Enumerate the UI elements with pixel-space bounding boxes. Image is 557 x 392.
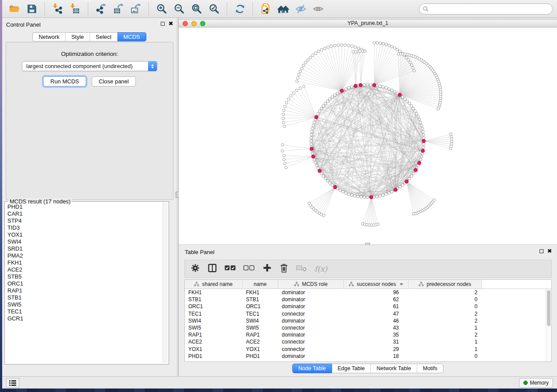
cell-shared-name[interactable]: TEC1 (185, 310, 242, 317)
cell-name[interactable]: YOX1 (242, 346, 278, 353)
result-node[interactable]: STB1 (7, 294, 162, 301)
cell-predecessor-nodes[interactable]: 1 (408, 324, 482, 331)
refresh-button[interactable] (231, 1, 249, 16)
clone-network-button[interactable] (257, 1, 274, 16)
cell-shared-name[interactable]: ORC1 (185, 303, 242, 310)
cell-MCDS-role[interactable]: dominator (278, 303, 344, 310)
cell-MCDS-role[interactable]: dominator (278, 296, 344, 303)
result-node[interactable]: SRD1 (7, 245, 162, 252)
tab-mcds[interactable]: MCDS (118, 32, 146, 41)
cell-name[interactable]: STB1 (242, 296, 278, 303)
table-row[interactable]: ACE2ACE2connector311 (185, 338, 551, 345)
cell-name[interactable]: PHD1 (242, 353, 278, 360)
float-table-panel-icon[interactable] (540, 249, 543, 253)
result-node[interactable]: STB5 (7, 273, 162, 280)
cell-shared-name[interactable]: YOX1 (185, 346, 242, 353)
cell-name[interactable]: ORC1 (242, 303, 278, 310)
cell-successor-nodes[interactable]: 18 (344, 353, 408, 360)
table-row[interactable]: RAP1RAP1dominator352 (185, 331, 551, 338)
maximize-window-icon[interactable] (200, 21, 205, 26)
export-table-button[interactable] (110, 1, 127, 16)
result-node[interactable]: CAR1 (7, 210, 162, 217)
panel-list-button[interactable] (6, 378, 19, 388)
zoom-in-button[interactable] (153, 1, 170, 16)
cell-name[interactable]: SWI4 (242, 317, 278, 324)
cell-predecessor-nodes[interactable]: 2 (408, 289, 482, 296)
add-button[interactable] (262, 264, 272, 274)
network-canvas[interactable] (179, 28, 557, 244)
cell-shared-name[interactable]: ACE2 (185, 338, 242, 345)
cell-successor-nodes[interactable]: 96 (344, 289, 408, 296)
tab-select[interactable]: Select (90, 32, 118, 41)
cell-successor-nodes[interactable]: 35 (344, 331, 408, 338)
result-node[interactable]: GCR1 (7, 315, 162, 322)
cell-MCDS-role[interactable]: dominator (278, 331, 344, 338)
cell-MCDS-role[interactable]: connector (278, 324, 344, 331)
column-header-successor-nodes[interactable]: successor nodes (344, 280, 408, 289)
cell-name[interactable]: FKH1 (242, 289, 278, 296)
cell-MCDS-role[interactable]: connector (278, 338, 344, 345)
result-node[interactable]: ORC1 (7, 280, 162, 287)
close-panel-button[interactable]: Close panel (92, 76, 136, 86)
export-network-button[interactable] (92, 1, 110, 16)
tab-network[interactable]: Network (32, 32, 66, 41)
cell-MCDS-role[interactable]: dominator (278, 289, 344, 296)
close-window-icon[interactable] (183, 21, 188, 26)
import-network-button[interactable] (49, 1, 66, 16)
result-node[interactable]: ACE2 (7, 266, 162, 273)
float-panel-icon[interactable] (161, 22, 165, 26)
cell-MCDS-role[interactable]: connector (278, 310, 344, 317)
houses-button[interactable] (274, 1, 292, 16)
search-box[interactable] (419, 3, 553, 14)
search-input[interactable] (431, 6, 549, 12)
column-header-predecessor-nodes[interactable]: predecessor nodes (408, 280, 482, 289)
result-scrollbar[interactable] (163, 203, 168, 363)
cell-shared-name[interactable]: PHD1 (185, 353, 242, 360)
table-tab-motifs[interactable]: Motifs (417, 364, 443, 373)
open-file-button[interactable] (6, 1, 23, 16)
table-tab-edge-table[interactable]: Edge Table (332, 364, 371, 373)
save-button[interactable] (23, 1, 41, 16)
result-node[interactable]: PHD1 (7, 203, 162, 210)
cell-predecessor-nodes[interactable]: 2 (408, 310, 482, 317)
cell-name[interactable]: SWI5 (242, 324, 278, 331)
table-row[interactable]: SWI4SWI4dominator462 (185, 317, 551, 324)
cell-shared-name[interactable]: FKH1 (185, 289, 242, 296)
result-node[interactable]: FKH1 (7, 259, 162, 266)
delete-button[interactable] (279, 264, 289, 274)
cell-predecessor-nodes[interactable]: 0 (408, 353, 482, 360)
cell-predecessor-nodes[interactable]: 0 (408, 296, 482, 303)
table-row[interactable]: YOX1YOX1connector291 (185, 346, 551, 353)
result-node[interactable]: SWI5 (7, 301, 162, 308)
cell-predecessor-nodes[interactable]: 1 (408, 338, 482, 345)
network-window-titlebar[interactable]: YPA_prune.txt_1 (179, 20, 557, 28)
zoom-out-button[interactable] (170, 1, 188, 16)
result-node[interactable]: RAP1 (7, 287, 162, 294)
tab-style[interactable]: Style (66, 32, 90, 41)
zoom-selected-button[interactable] (205, 1, 223, 16)
cell-successor-nodes[interactable]: 29 (344, 346, 408, 353)
import-table-button[interactable] (66, 1, 84, 16)
result-node[interactable]: YOX1 (7, 231, 162, 238)
cell-successor-nodes[interactable]: 31 (344, 338, 408, 345)
table-tab-node-table[interactable]: Node Table (292, 364, 332, 373)
table-row[interactable]: SWI5SWI5connector431 (185, 324, 551, 331)
show-eye-button[interactable] (309, 1, 327, 16)
cell-name[interactable]: ACE2 (242, 338, 278, 345)
cell-MCDS-role[interactable]: dominator (278, 317, 344, 324)
column-header-name[interactable]: name (242, 280, 278, 289)
cell-MCDS-role[interactable]: connector (278, 346, 344, 353)
cell-predecessor-nodes[interactable]: 2 (408, 317, 482, 324)
table-scrollbar-thumb[interactable] (547, 290, 550, 326)
cell-successor-nodes[interactable]: 61 (344, 303, 408, 310)
gear-button[interactable] (190, 264, 200, 274)
result-node[interactable]: STP4 (7, 217, 162, 224)
cell-successor-nodes[interactable]: 43 (344, 324, 408, 331)
hide-eye-button[interactable] (292, 1, 309, 16)
export-image-button[interactable] (127, 1, 145, 16)
close-panel-icon[interactable]: ✖ (169, 21, 173, 26)
cell-MCDS-role[interactable]: dominator (278, 353, 344, 360)
column-header-shared-name[interactable]: shared name (185, 280, 242, 289)
table-row[interactable]: ORC1ORC1dominator610 (185, 303, 551, 310)
cell-predecessor-nodes[interactable]: 0 (408, 303, 482, 310)
